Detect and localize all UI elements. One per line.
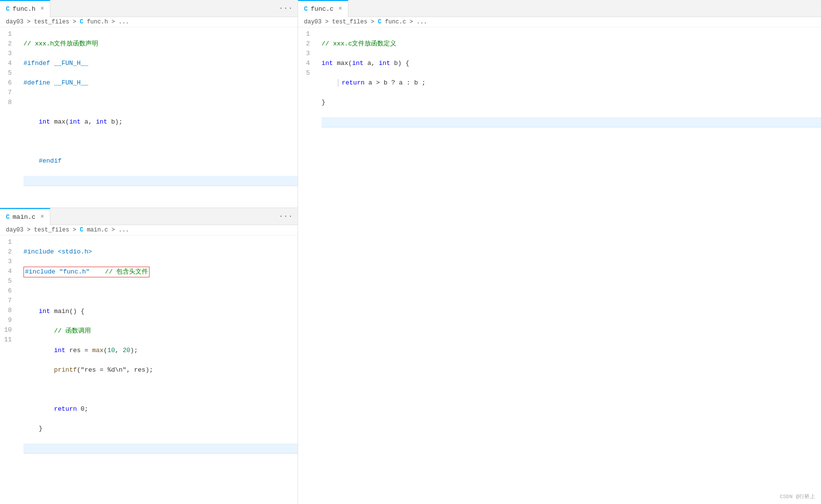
- tab-bar-main-c: C main.c × ···: [0, 208, 298, 225]
- pane-main-c: C main.c × ··· day03 > test_files > C ma…: [0, 208, 298, 504]
- tab-func-c[interactable]: C func.c ×: [298, 0, 348, 17]
- line-numbers-func-c: 1 2 3 4 5: [298, 27, 318, 504]
- tab-more-top-left[interactable]: ···: [274, 4, 298, 13]
- code-text-func-c[interactable]: // xxx.c文件放函数定义 int max(int a, int b) { …: [318, 27, 821, 504]
- tab-bar-func-h: C func.h × ···: [0, 0, 298, 17]
- breadcrumb-text-func-c: day03 > test_files > C func.c > ...: [304, 19, 427, 25]
- code-content-func-c: 1 2 3 4 5 // xxx.c文件放函数定义 int max(int a,…: [298, 27, 821, 504]
- right-panel: C func.c × day03 > test_files > C func.c…: [298, 0, 821, 504]
- breadcrumb-func-h: day03 > test_files > C func.h > ...: [0, 17, 298, 27]
- tab-close-main-c[interactable]: ×: [41, 213, 44, 220]
- tab-main-c[interactable]: C main.c ×: [0, 208, 50, 225]
- breadcrumb-text-main-c: day03 > test_files > C main.c > ...: [6, 227, 129, 233]
- c-file-icon-main: C: [6, 213, 10, 221]
- breadcrumb-c-icon: C: [80, 19, 83, 25]
- c-file-icon-func-c: C: [304, 5, 308, 13]
- code-content-main-c: 1 2 3 4 5 6 7 8 9 10 11 #include <stdio.…: [0, 235, 298, 504]
- line-numbers-main-c: 1 2 3 4 5 6 7 8 9 10 11: [0, 235, 20, 504]
- c-file-icon: C: [6, 5, 10, 13]
- code-content-func-h: 1 2 3 4 5 6 7 8 // xxx.h文件放函数声明 #ifndef …: [0, 27, 298, 208]
- code-area-main-c: 1 2 3 4 5 6 7 8 9 10 11 #include <stdio.…: [0, 235, 298, 504]
- tab-func-h[interactable]: C func.h ×: [0, 0, 50, 17]
- breadcrumb-text-func-h: day03 > test_files > C func.h > ...: [6, 19, 129, 25]
- editor-container: C func.h × ··· day03 > test_files > C fu…: [0, 0, 821, 504]
- breadcrumb-main-c: day03 > test_files > C main.c > ...: [0, 225, 298, 235]
- breadcrumb-c-icon-main: C: [80, 227, 83, 233]
- tab-label-main-c: main.c: [13, 213, 36, 221]
- code-area-func-c: 1 2 3 4 5 // xxx.c文件放函数定义 int max(int a,…: [298, 27, 821, 504]
- tab-more-bottom-left[interactable]: ···: [274, 212, 298, 221]
- tab-label-func-h: func.h: [13, 5, 36, 13]
- left-panel: C func.h × ··· day03 > test_files > C fu…: [0, 0, 298, 504]
- watermark: CSDN @行桥上: [779, 493, 815, 500]
- code-area-func-h: 1 2 3 4 5 6 7 8 // xxx.h文件放函数声明 #ifndef …: [0, 27, 298, 208]
- tab-close-func-c[interactable]: ×: [339, 5, 342, 12]
- line-numbers-func-h: 1 2 3 4 5 6 7 8: [0, 27, 20, 208]
- pane-func-h: C func.h × ··· day03 > test_files > C fu…: [0, 0, 298, 208]
- code-text-main-c[interactable]: #include <stdio.h> #include "func.h" // …: [20, 235, 298, 504]
- tab-bar-func-c: C func.c ×: [298, 0, 821, 17]
- tab-close-func-h[interactable]: ×: [41, 5, 44, 12]
- breadcrumb-c-icon-func-c: C: [378, 19, 381, 25]
- breadcrumb-func-c: day03 > test_files > C func.c > ...: [298, 17, 821, 27]
- code-text-func-h[interactable]: // xxx.h文件放函数声明 #ifndef __FUN_H__ #defin…: [20, 27, 298, 208]
- pane-func-c: C func.c × day03 > test_files > C func.c…: [298, 0, 821, 504]
- tab-label-func-c: func.c: [311, 5, 334, 13]
